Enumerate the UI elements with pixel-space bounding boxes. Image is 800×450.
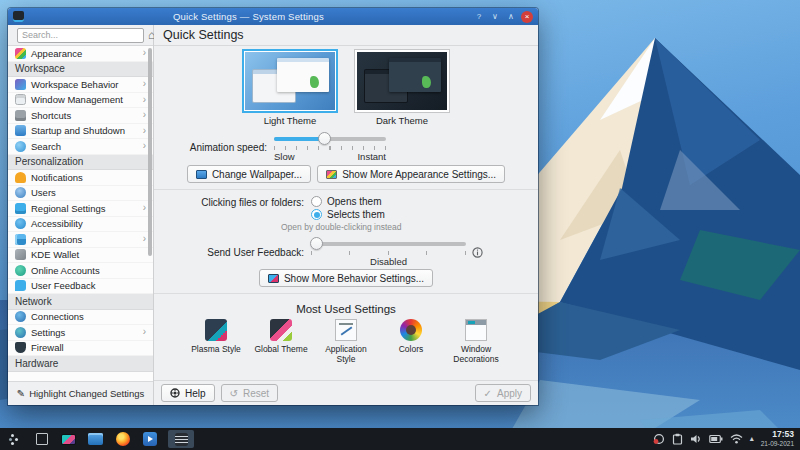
chevron-right-icon: › [143,79,146,89]
theme-selector: Light Theme Dark Theme [242,49,450,126]
sidebar-item-regional-settings[interactable]: Regional Settings › [8,201,153,217]
radio-icon[interactable] [311,196,322,207]
chevron-right-icon: › [143,48,146,58]
maximize-button[interactable]: ∧ [505,12,517,21]
system-settings-task[interactable] [168,430,194,448]
most-used-colors[interactable]: Colors [384,319,439,354]
sidebar-item-network-settings[interactable]: Settings › [8,325,153,341]
reset-button[interactable]: ↺ Reset [221,384,279,402]
slider-handle[interactable] [318,132,331,145]
opens-them-radio[interactable]: Opens them [311,196,381,207]
sidebar-item-startup-shutdown[interactable]: Startup and Shutdown › [8,124,153,140]
mini-window [389,58,441,92]
dolphin-icon[interactable] [87,430,104,448]
monitor-app-icon[interactable] [60,430,77,448]
feedback-label: Send User Feedback: [154,247,304,258]
sidebar-section-personalization: Personalization [8,155,153,171]
application-style-icon [335,319,357,341]
close-button[interactable]: × [521,11,533,23]
pager-widget[interactable] [33,430,50,448]
show-more-behavior-button[interactable]: Show More Behavior Settings... [259,269,433,287]
most-used-window-decorations[interactable]: Window Decorations [449,319,504,364]
page-title: Quick Settings [154,25,538,46]
regional-settings-icon [15,203,26,214]
feedback-row: Send User Feedback: Disabled [154,237,538,267]
volume-icon[interactable] [690,433,702,445]
network-settings-icon [15,327,26,338]
window-titlebar[interactable]: Quick Settings — System Settings ? ∨ ∧ × [8,8,538,25]
light-theme-preview[interactable] [242,49,338,113]
sidebar-item-users[interactable]: Users [8,186,153,202]
info-icon[interactable] [472,247,483,258]
taskbar: ▴ 17:53 21-09-2021 [0,428,800,450]
help-button[interactable]: Help [161,384,215,402]
search-input[interactable] [17,28,144,43]
chevron-right-icon: › [143,95,146,105]
sidebar: ⌂ Appearance › Workspace Workspace Behav… [8,25,154,405]
sidebar-item-window-management[interactable]: Window Management › [8,93,153,109]
sidebar-item-connections[interactable]: Connections [8,310,153,326]
system-tray: ▴ 17:53 21-09-2021 [653,430,794,447]
dark-theme-option[interactable]: Dark Theme [354,49,450,126]
apply-button[interactable]: ✓ Apply [475,384,531,402]
sidebar-item-notifications[interactable]: Notifications [8,170,153,186]
most-used-title: Most Used Settings [296,303,396,315]
appearance-icon [326,170,337,179]
clicking-label: Clicking files or folders: [154,196,304,208]
connections-icon [15,311,26,322]
firefox-icon[interactable] [114,430,131,448]
show-more-appearance-button[interactable]: Show More Appearance Settings... [317,165,505,183]
expand-tray-icon[interactable]: ▴ [750,435,754,443]
sidebar-scrollbar[interactable] [148,48,152,256]
main-pane: Quick Settings Ligh [154,25,538,405]
startup-shutdown-icon [15,125,26,136]
sidebar-item-kde-wallet[interactable]: KDE Wallet [8,248,153,264]
chevron-right-icon: › [143,327,146,337]
animation-speed-slider[interactable] [274,132,386,145]
sidebar-item-search[interactable]: Search › [8,139,153,155]
mute-status-icon[interactable] [653,433,665,445]
sidebar-item-user-feedback[interactable]: User Feedback [8,279,153,295]
animation-speed-label: Animation speed: [154,142,267,153]
feedback-slider[interactable] [311,237,466,250]
slider-handle[interactable] [310,237,323,250]
sidebar-item-workspace-behavior[interactable]: Workspace Behavior › [8,77,153,93]
clipboard-icon[interactable] [672,433,683,445]
radio-checked-icon[interactable] [311,209,322,220]
sidebar-list: Appearance › Workspace Workspace Behavio… [8,46,153,381]
sidebar-item-shortcuts[interactable]: Shortcuts › [8,108,153,124]
digital-clock[interactable]: 17:53 21-09-2021 [761,430,794,447]
highlight-changed-settings-button[interactable]: ✎ Highlight Changed Settings [8,381,153,405]
discover-icon[interactable] [141,430,158,448]
sidebar-item-applications[interactable]: Applications › [8,232,153,248]
firewall-icon [15,342,26,353]
most-used-plasma-style[interactable]: Plasma Style [189,319,244,354]
help-window-button[interactable]: ? [473,12,485,21]
sidebar-section-network: Network [8,294,153,310]
minimize-button[interactable]: ∨ [489,12,501,21]
plasma-style-icon [205,319,227,341]
slow-label: Slow [274,151,295,162]
sidebar-item-appearance[interactable]: Appearance › [8,46,153,62]
instant-label: Instant [357,151,386,162]
help-icon [170,388,180,398]
wifi-icon[interactable] [730,434,743,444]
app-launcher-icon[interactable] [6,430,23,448]
most-used-application-style[interactable]: Application Style [319,319,374,364]
dark-theme-preview[interactable] [354,49,450,113]
sidebar-item-firewall[interactable]: Firewall [8,341,153,357]
change-wallpaper-button[interactable]: Change Wallpaper... [187,165,311,183]
workspace-behavior-icon [15,79,26,90]
mini-logo [310,76,319,88]
double-click-hint: Open by double-clicking instead [281,222,402,232]
most-used-global-theme[interactable]: Global Theme [254,319,309,354]
chevron-right-icon: › [143,126,146,136]
window-icon [13,11,24,22]
feedback-value: Disabled [311,256,466,267]
quick-settings-content: Light Theme Dark Theme [154,46,538,380]
battery-icon[interactable] [709,434,723,444]
sidebar-item-accessibility[interactable]: Accessibility [8,217,153,233]
light-theme-option[interactable]: Light Theme [242,49,338,126]
sidebar-item-online-accounts[interactable]: Online Accounts [8,263,153,279]
selects-them-radio[interactable]: Selects them [311,209,385,220]
